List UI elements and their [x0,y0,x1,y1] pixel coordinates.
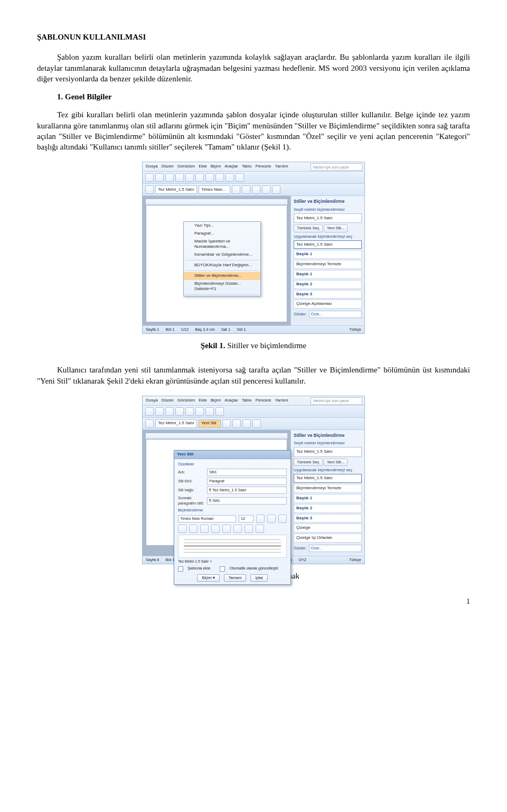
toolbar-button[interactable] [205,407,214,416]
style-list-item[interactable]: Başlık 3 [294,514,362,523]
name-input[interactable]: Stil1 [207,469,287,476]
toolbar-button[interactable] [242,185,250,194]
menu-item[interactable]: Görünüm [177,398,195,404]
toolbar-button[interactable] [262,185,270,194]
checkbox[interactable] [220,566,225,572]
style-list-item[interactable]: Çizelge Açıklaması [294,300,362,309]
toolbar-button[interactable] [222,419,231,428]
new-style-highlight[interactable]: Yeni Stil [199,419,221,428]
style-list-item[interactable]: Başlık 2 [294,504,362,513]
menu-item[interactable]: Araçlar [224,398,238,404]
menu-item[interactable]: Biçim [211,164,221,170]
menu-item-case[interactable]: BÜYÜK/Küçük Harf Değişimi... [184,262,260,269]
style-selector[interactable]: Tez Metni_1.5 Satır [155,419,197,428]
menu-item-font[interactable]: Yazı Tipi... [184,222,260,230]
align-button[interactable] [189,525,198,533]
menu-item[interactable]: Tablo [242,398,252,404]
spacing-button[interactable] [233,525,242,533]
menu-item[interactable]: Araçlar [224,164,238,170]
size-select[interactable]: 12 [239,515,253,522]
toolbar-button[interactable] [175,407,184,416]
italic-button[interactable] [267,515,276,523]
style-list-item[interactable]: Biçimlendirmeyi Temizle [294,484,362,493]
toolbar-button[interactable] [155,173,164,182]
font-selector[interactable]: Times New... [199,185,230,194]
bold-button[interactable] [256,515,265,523]
indent-button[interactable] [256,525,264,533]
menu-item-styles[interactable]: Stiller ve Biçimlendirme... [184,272,260,280]
document-page[interactable]: Yeni Stil Özellikler Adı:Stil1 Stil türü… [146,439,287,546]
style-list-item[interactable]: Biçimlendirmeyi Temizle [294,260,362,269]
align-button[interactable] [211,525,220,533]
toolbar-button[interactable] [226,173,234,182]
toolbar-button[interactable] [195,173,204,182]
menu-item[interactable]: Pencere [256,164,271,170]
toolbar-button[interactable] [232,419,241,428]
toolbar-button[interactable] [185,173,194,182]
menu-item[interactable]: Biçim [211,398,221,404]
menu-item-borders[interactable]: Kenarlıklar ve Gölgelendirme... [184,251,260,259]
show-select[interactable]: Özel... [309,545,362,552]
menu-item[interactable]: Dosya [146,398,158,404]
next-style-select[interactable]: ¶ Stil1 [207,497,287,505]
menu-item-reveal-formatting[interactable]: Biçimlendirmeyi Göster... Üstkrktr+F1 [184,280,260,294]
menu-item-paragraph[interactable]: Paragraf... [184,230,260,238]
menu-item[interactable]: Düzen [162,164,174,170]
underline-button[interactable] [278,515,287,523]
menu-item[interactable]: Ekle [199,398,207,404]
toolbar-button[interactable] [232,185,240,194]
toolbar-button[interactable] [252,185,260,194]
toolbar-button[interactable] [145,185,154,194]
toolbar-button[interactable] [252,419,261,428]
style-list-item[interactable]: Tez Metni_1.5 Satır [294,240,362,249]
current-style-box[interactable]: Tez Metni_1.5 Satır [294,213,362,223]
current-style-box[interactable]: Tez Metni_1.5 Satır [294,447,362,457]
style-list-item[interactable]: Başlık 1 [294,250,362,259]
style-selector[interactable]: Tez Metni_1.5 Satır [155,185,197,194]
toolbar-button[interactable] [195,407,204,416]
help-search[interactable]: Yardım için soru yazın [311,163,362,171]
align-button[interactable] [178,525,186,533]
toolbar-button[interactable] [165,407,174,416]
menu-item[interactable]: Görünüm [177,164,195,170]
style-list-item[interactable]: Başlık 1 [294,494,362,503]
format-button[interactable]: Biçim ▾ [197,574,219,582]
menu-item[interactable]: Tablo [242,164,252,170]
toolbar-button[interactable] [165,173,174,182]
toolbar-button[interactable] [175,173,184,182]
select-all-button[interactable]: Tümünü Seç [294,225,323,232]
style-list-item[interactable]: Çizelge İçi Ortadan [294,534,362,543]
document-page[interactable]: Yazı Tipi... Paragraf... Madde İşaretler… [146,205,287,322]
menu-item[interactable]: Düzen [162,398,174,404]
toolbar-button[interactable] [145,173,154,182]
toolbar-button[interactable] [236,173,244,182]
toolbar-button[interactable] [145,419,154,428]
toolbar-button[interactable] [205,173,214,182]
style-list-item[interactable]: Tez Metni_1.5 Satır [294,474,362,483]
checkbox[interactable] [178,566,183,572]
style-list-item[interactable]: Başlık 2 [294,280,362,289]
select-all-button[interactable]: Tümünü Seç [294,459,323,466]
toolbar-button[interactable] [215,173,224,182]
indent-button[interactable] [245,525,253,533]
style-list-item[interactable]: Çizelge [294,524,362,533]
help-search[interactable]: Yardım için soru yazın [311,397,362,405]
ok-button[interactable]: Tamam [224,574,247,582]
style-list-item[interactable]: Başlık 1 [294,270,362,279]
font-select[interactable]: Times New Roman [178,515,236,522]
menu-item[interactable]: Yardım [275,398,288,404]
based-on-select[interactable]: ¶ Tez Metni_1.5 Satır [207,487,287,494]
menu-item-bullets[interactable]: Madde İşaretleri ve Numaralandırma... [184,238,260,251]
show-select[interactable]: Özel... [309,311,362,318]
align-button[interactable] [200,525,209,533]
toolbar-button[interactable] [185,407,194,416]
menu-item[interactable]: Pencere [256,398,271,404]
toolbar-button[interactable] [155,407,164,416]
toolbar-button[interactable] [215,407,224,416]
ruler[interactable] [146,199,287,205]
menu-item[interactable]: Yardım [275,164,288,170]
type-select[interactable]: Paragraf [207,478,287,485]
new-style-button[interactable]: Yeni Stil... [324,225,348,232]
spacing-button[interactable] [222,525,231,533]
cancel-button[interactable]: İptal [250,574,267,582]
